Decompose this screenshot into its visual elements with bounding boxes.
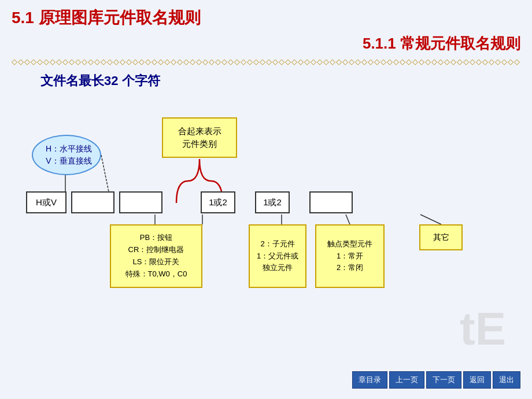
box-last — [309, 191, 353, 213]
btn-prev[interactable]: 上一页 — [389, 371, 424, 389]
subtitle: 5.1.1 常规元件取名规则 — [363, 35, 520, 52]
main-content: 5.1 原理图库元件取名规则 5.1.1 常规元件取名规则 ◇◇◇◇◇◇◇◇◇◇… — [0, 0, 532, 399]
desc-pb: PB：按钮 CR：控制继电器 LS：限位开关 特殊：T0,W0，C0 — [110, 224, 202, 288]
main-title: 5.1 原理图库元件取名规则 — [12, 9, 201, 27]
desc-contact: 触点类型元件 1：常开 2：常闭 — [315, 224, 385, 288]
svg-line-5 — [346, 215, 350, 224]
btn-next[interactable]: 下一页 — [426, 371, 461, 389]
body-area: 文件名最长32 个字符 — [0, 66, 532, 326]
divider-pattern: ◇◇◇◇◇◇◇◇◇◇◇◇◇◇◇◇◇◇◇◇◇◇◇◇◇◇◇◇◇◇◇◇◇◇◇◇◇◇◇◇… — [12, 57, 520, 66]
yellow-top-text: 合起来表示元件类别 — [178, 125, 221, 151]
svg-line-6 — [420, 215, 441, 224]
yellow-top-box: 合起来表示元件类别 — [162, 117, 237, 158]
desc-parent: 2：子元件 1：父元件或 独立元件 — [249, 224, 306, 288]
diagram-area: H：水平接线 V：垂直接线 合起来表示元件类别 H或V — [20, 100, 512, 326]
hv-bubble: H：水平接线 V：垂直接线 — [32, 135, 101, 175]
boxes-row: H或V 1或2 1或2 — [26, 191, 353, 213]
nav-buttons: 章目录 上一页 下一页 返回 退出 — [352, 371, 520, 389]
btn-exit[interactable]: 退出 — [493, 371, 520, 389]
desc-other: 其它 — [419, 224, 463, 250]
box-empty-1 — [71, 191, 114, 213]
box-1or2-b: 1或2 — [255, 191, 290, 213]
bubble-line2: V：垂直接线 — [46, 155, 91, 167]
box-hv: H或V — [26, 191, 66, 213]
desc-parent-text: 2：子元件 1：父元件或 独立元件 — [257, 238, 298, 274]
subtitle-bar: 5.1.1 常规元件取名规则 — [0, 31, 532, 56]
box-1or2-a: 1或2 — [201, 191, 235, 213]
sample-text: tE — [460, 302, 506, 356]
title-bar: 5.1 原理图库元件取名规则 — [0, 0, 532, 31]
file-label: 文件名最长32 个字符 — [40, 72, 515, 90]
bubble-line1: H：水平接线 — [46, 143, 92, 155]
box-empty-2 — [119, 191, 162, 213]
desc-other-text: 其它 — [433, 231, 449, 243]
divider: ◇◇◇◇◇◇◇◇◇◇◇◇◇◇◇◇◇◇◇◇◇◇◇◇◇◇◇◇◇◇◇◇◇◇◇◇◇◇◇◇… — [12, 56, 520, 66]
desc-contact-text: 触点类型元件 1：常开 2：常闭 — [327, 238, 372, 274]
btn-return[interactable]: 返回 — [463, 371, 491, 389]
btn-chapter[interactable]: 章目录 — [352, 371, 387, 389]
desc-pb-text: PB：按钮 CR：控制继电器 LS：限位开关 特殊：T0,W0，C0 — [125, 232, 187, 280]
